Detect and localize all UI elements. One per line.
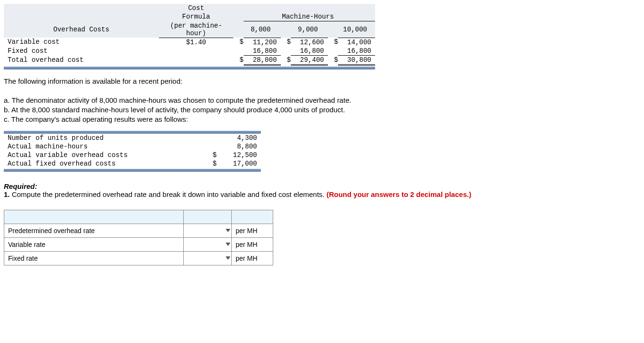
answer-unit: per MH	[232, 237, 273, 251]
actual-var-oh-val: 12,500	[217, 151, 261, 159]
answer-unit: per MH	[232, 224, 273, 237]
units-produced-label: Number of units produced	[4, 134, 203, 142]
required-red: (Round your answers to 2 decimal places.…	[327, 190, 471, 198]
required-body: Compute the predetermined overhead rate …	[10, 190, 327, 198]
actual-fix-oh-val: 17,000	[217, 159, 261, 168]
answer-row-predetermined: Predetermined overhead rate per MH	[4, 224, 273, 237]
actual-fix-oh-label: Actual fixed overhead costs	[4, 159, 203, 168]
answer-label: Predetermined overhead rate	[4, 224, 184, 237]
units-produced-val: 4,300	[217, 134, 261, 142]
bullet-a: a. The denominator activity of 8,000 mac…	[4, 96, 575, 104]
header-formula: Formula	[159, 12, 234, 21]
answer-table: Predetermined overhead rate per MH Varia…	[4, 210, 273, 265]
dropdown-icon	[226, 256, 230, 260]
dropdown-icon	[226, 243, 230, 246]
tot-10000: 30,800	[338, 55, 375, 65]
answer-unit: per MH	[232, 251, 273, 265]
required-title: Required:	[4, 182, 37, 190]
actual-var-oh-label: Actual variable overhead costs	[4, 151, 203, 159]
header-per-mh: (per machine-hour)	[159, 21, 234, 38]
tot-8000: 28,000	[244, 55, 281, 65]
row-variable-cost-label: Variable cost	[4, 38, 159, 47]
dropdown-icon	[226, 229, 230, 232]
answer-label: Variable rate	[4, 237, 184, 251]
bullet-b: b. At the 8,000 standard machine-hours l…	[4, 106, 575, 114]
answer-row-fixed: Fixed rate per MH	[4, 251, 273, 265]
bullet-c: c. The company's actual operating result…	[4, 115, 575, 123]
fc-10000: 16,800	[338, 47, 375, 56]
actual-mh-val: 8,800	[217, 142, 261, 151]
answer-input-cell[interactable]	[184, 224, 232, 237]
actual-mh-label: Actual machine-hours	[4, 142, 203, 151]
fc-9000: 16,800	[291, 47, 328, 56]
divider-bar	[4, 169, 261, 172]
answer-input-cell[interactable]	[184, 251, 232, 265]
header-overhead-costs: Overhead Costs	[4, 21, 159, 38]
col-10000: 10,000	[338, 21, 375, 38]
divider-bar	[4, 67, 375, 69]
required-num: 1.	[4, 190, 10, 198]
row-variable-cost-formula: $1.40	[159, 38, 234, 47]
intro-text: The following information is available f…	[4, 77, 575, 85]
vc-10000: 14,000	[338, 38, 375, 47]
header-machine-hours: Machine-Hours	[244, 12, 375, 21]
fc-8000: 16,800	[244, 47, 281, 56]
vc-9000: 12,600	[291, 38, 328, 47]
answer-label: Fixed rate	[4, 251, 184, 265]
answer-input-cell[interactable]	[184, 237, 232, 251]
col-9000: 9,000	[291, 21, 328, 38]
row-total-label: Total overhead cost	[4, 55, 159, 65]
actuals-table: Number of units produced 4,300 Actual ma…	[4, 134, 261, 168]
row-fixed-cost-label: Fixed cost	[4, 47, 159, 56]
vc-8000: 11,200	[244, 38, 281, 47]
header-cost: Cost	[159, 4, 234, 12]
tot-9000: 29,400	[291, 55, 328, 65]
col-8000: 8,000	[244, 21, 281, 38]
overhead-budget-table: Cost Formula Machine-Hours Overhead Cost…	[4, 4, 375, 66]
answer-row-variable: Variable rate per MH	[4, 237, 273, 251]
